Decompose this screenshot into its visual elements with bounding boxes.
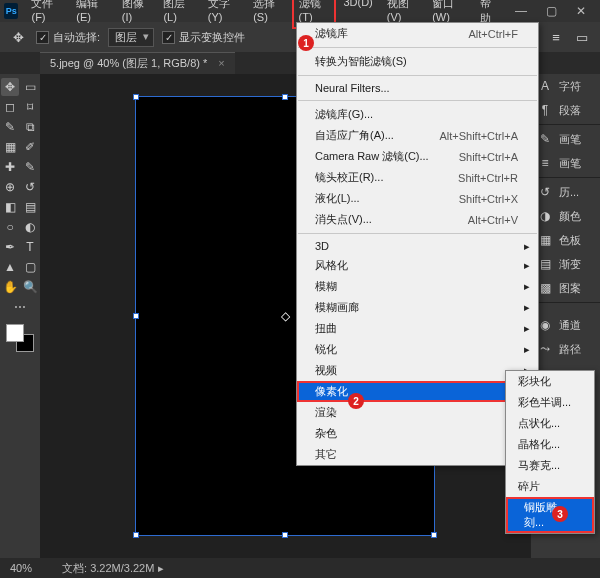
- menu-image[interactable]: 图像(I): [115, 0, 157, 29]
- brush-tool[interactable]: ✎: [21, 158, 39, 176]
- mi-vanishing-point[interactable]: 消失点(V)...Alt+Ctrl+V: [297, 209, 538, 230]
- pen-tool[interactable]: ✒: [1, 238, 19, 256]
- frame-tool[interactable]: ▦: [1, 138, 19, 156]
- panel-paths[interactable]: ⤳路径: [531, 337, 600, 361]
- move-tool[interactable]: ✥: [1, 78, 19, 96]
- close-tab-icon[interactable]: ×: [218, 57, 224, 69]
- close-button[interactable]: ✕: [566, 0, 596, 22]
- auto-select-checkbox[interactable]: [36, 31, 49, 44]
- transform-handle[interactable]: [431, 532, 437, 538]
- mi-blur-gallery[interactable]: 模糊画廊▸: [297, 297, 538, 318]
- color-swatches[interactable]: [6, 324, 34, 352]
- gradient-tool[interactable]: ▤: [21, 198, 39, 216]
- maximize-button[interactable]: ▢: [536, 0, 566, 22]
- menu-item-label: 点状化...: [518, 416, 560, 431]
- mi-fragment[interactable]: 碎片: [506, 476, 594, 497]
- mi-color-block[interactable]: 彩块化: [506, 371, 594, 392]
- eraser-tool[interactable]: ◧: [1, 198, 19, 216]
- zoom-tool[interactable]: 🔍: [21, 278, 39, 296]
- eyedropper-tool[interactable]: ✐: [21, 138, 39, 156]
- zoom-value[interactable]: 40%: [10, 562, 32, 574]
- doc-info[interactable]: 文档: 3.22M/3.22M▸: [62, 561, 164, 576]
- panel-color[interactable]: ◑颜色: [531, 204, 600, 228]
- blur-tool[interactable]: ○: [1, 218, 19, 236]
- mi-filter-gallery[interactable]: 滤镜库(G)...: [297, 104, 538, 125]
- mi-mosaic[interactable]: 马赛克...: [506, 455, 594, 476]
- transform-handle[interactable]: [282, 94, 288, 100]
- menu-item-label: 视频: [315, 363, 337, 378]
- brush-icon: ✎: [537, 131, 553, 147]
- mi-adaptive-wide[interactable]: 自适应广角(A)...Alt+Shift+Ctrl+A: [297, 125, 538, 146]
- panel-swatches[interactable]: ▦色板: [531, 228, 600, 252]
- menu-item-label: 滤镜库(G)...: [315, 107, 373, 122]
- pattern-icon: ▩: [537, 280, 553, 296]
- dodge-tool[interactable]: ◐: [21, 218, 39, 236]
- mi-camera-raw[interactable]: Camera Raw 滤镜(C)...Shift+Ctrl+A: [297, 146, 538, 167]
- transform-handle[interactable]: [133, 532, 139, 538]
- crop-tool[interactable]: ⧉: [21, 118, 39, 136]
- mi-lens-correction[interactable]: 镜头校正(R)...Shift+Ctrl+R: [297, 167, 538, 188]
- shape-tool[interactable]: ▢: [21, 258, 39, 276]
- minimize-button[interactable]: —: [506, 0, 536, 22]
- layer-select-dropdown[interactable]: 图层: [108, 28, 154, 47]
- mi-liquify[interactable]: 液化(L)...Shift+Ctrl+X: [297, 188, 538, 209]
- panel-history[interactable]: ↺历...: [531, 180, 600, 204]
- mi-other[interactable]: 其它▸: [297, 444, 538, 465]
- heal-tool[interactable]: ✚: [1, 158, 19, 176]
- hand-tool[interactable]: ✋: [1, 278, 19, 296]
- panel-character[interactable]: A字符: [531, 74, 600, 98]
- mi-mezzotint[interactable]: 铜版雕刻...: [506, 497, 594, 533]
- quick-select-tool[interactable]: ✎: [1, 118, 19, 136]
- mi-smart-filter[interactable]: 转换为智能滤镜(S): [297, 51, 538, 72]
- fg-color-swatch[interactable]: [6, 324, 24, 342]
- menu-edit[interactable]: 编辑(E): [69, 0, 114, 29]
- artboard-tool[interactable]: ▭: [21, 78, 39, 96]
- lasso-tool[interactable]: ⌑: [21, 98, 39, 116]
- overflow-icon[interactable]: ▭: [572, 27, 592, 47]
- transform-handle[interactable]: [282, 532, 288, 538]
- mi-blur[interactable]: 模糊▸: [297, 276, 538, 297]
- history-brush-tool[interactable]: ↺: [21, 178, 39, 196]
- show-transform-checkbox[interactable]: [162, 31, 175, 44]
- mi-last-filter[interactable]: 滤镜库Alt+Ctrl+F: [297, 23, 538, 44]
- marquee-tool[interactable]: ◻: [1, 98, 19, 116]
- transform-handle[interactable]: [133, 94, 139, 100]
- panel-brushes[interactable]: ≡画笔: [531, 151, 600, 175]
- panel-brush[interactable]: ✎画笔: [531, 127, 600, 151]
- mi-3d[interactable]: 3D▸: [297, 237, 538, 255]
- distribute-icon[interactable]: ≡: [546, 27, 566, 47]
- mi-distort[interactable]: 扭曲▸: [297, 318, 538, 339]
- paths-icon: ⤳: [537, 341, 553, 357]
- menu-type[interactable]: 文字(Y): [201, 0, 246, 29]
- mi-pointillize[interactable]: 点状化...: [506, 413, 594, 434]
- menu-layer[interactable]: 图层(L): [156, 0, 200, 29]
- mi-pixelate[interactable]: 像素化▸: [297, 381, 538, 402]
- panel-patterns[interactable]: ▩图案: [531, 276, 600, 300]
- panel-channels[interactable]: ◉通道: [531, 313, 600, 337]
- mi-color-halftone[interactable]: 彩色半调...: [506, 392, 594, 413]
- mi-neural-filters[interactable]: Neural Filters...: [297, 79, 538, 97]
- menu-item-label: 杂色: [315, 426, 337, 441]
- panel-gradients[interactable]: ▤渐变: [531, 252, 600, 276]
- mi-render[interactable]: 渲染▸: [297, 402, 538, 423]
- edit-toolbar[interactable]: ⋯: [11, 298, 29, 316]
- type-tool[interactable]: T: [21, 238, 39, 256]
- menu-item-label: Neural Filters...: [315, 82, 390, 94]
- menu-separator: [298, 47, 537, 48]
- menu-file[interactable]: 文件(F): [24, 0, 69, 29]
- mi-sharpen[interactable]: 锐化▸: [297, 339, 538, 360]
- menu-select[interactable]: 选择(S): [246, 0, 291, 29]
- mi-noise[interactable]: 杂色▸: [297, 423, 538, 444]
- mi-crystallize[interactable]: 晶格化...: [506, 434, 594, 455]
- mi-stylize[interactable]: 风格化▸: [297, 255, 538, 276]
- panel-paragraph[interactable]: ¶段落: [531, 98, 600, 122]
- submenu-arrow-icon: ▸: [524, 259, 530, 272]
- mi-video[interactable]: 视频▸: [297, 360, 538, 381]
- menu-separator: [298, 75, 537, 76]
- menu-item-label: 马赛克...: [518, 458, 560, 473]
- path-select-tool[interactable]: ▲: [1, 258, 19, 276]
- stamp-tool[interactable]: ⊕: [1, 178, 19, 196]
- document-tab[interactable]: 5.jpeg @ 40% (图层 1, RGB/8) * ×: [40, 52, 235, 74]
- annotation-badge-3: 3: [552, 506, 568, 522]
- transform-handle[interactable]: [133, 313, 139, 319]
